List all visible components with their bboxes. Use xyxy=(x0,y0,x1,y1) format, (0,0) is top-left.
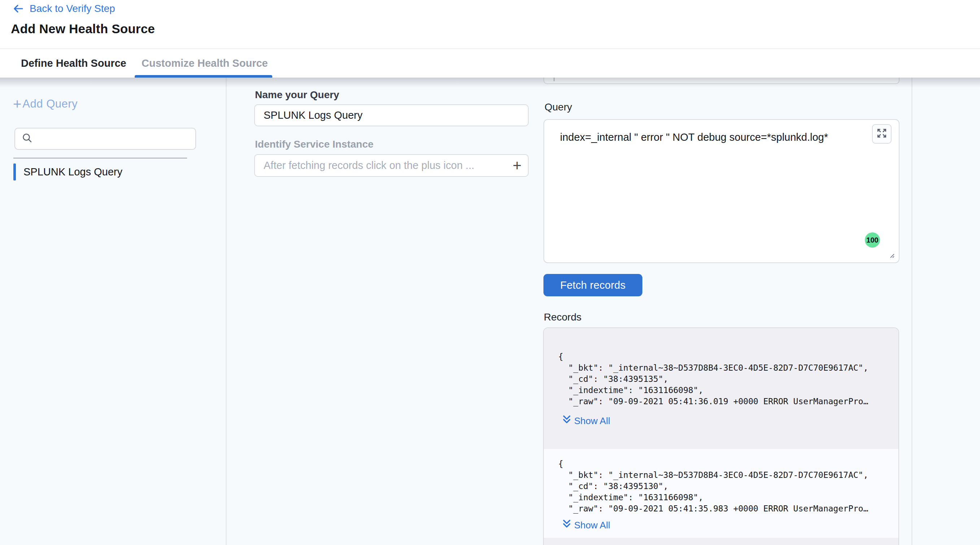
truncated-input[interactable] xyxy=(543,78,899,84)
page-header: Back to Verify Step Add New Health Sourc… xyxy=(0,0,980,48)
page-title: Add New Health Source xyxy=(11,22,155,36)
sidebar-list-divider xyxy=(13,158,187,159)
record-json: { "_bkt": "_internal~38~D537D8B4-3EC0-4D… xyxy=(558,458,884,514)
query-search-box xyxy=(14,128,196,150)
input-cursor-tick xyxy=(554,78,555,81)
content-area: + Add Query SPLUNK Logs Query Name your … xyxy=(0,78,980,545)
query-textarea[interactable]: index=_internal " error " NOT debug sour… xyxy=(543,119,899,263)
selected-indicator-bar xyxy=(13,164,16,181)
service-instance-input[interactable] xyxy=(255,155,506,176)
identify-service-instance-label: Identify Service Instance xyxy=(255,138,373,150)
records-container: { "_bkt": "_internal~38~D537D8B4-3EC0-4D… xyxy=(543,327,899,545)
back-link-label: Back to Verify Step xyxy=(30,3,115,14)
add-query-label: Add Query xyxy=(22,97,78,110)
plus-icon: + xyxy=(513,157,522,174)
search-input[interactable] xyxy=(38,133,189,145)
plus-icon: + xyxy=(13,97,21,111)
add-service-instance-button[interactable]: + xyxy=(506,155,528,176)
query-name-input[interactable] xyxy=(254,104,529,126)
name-your-query-label: Name your Query xyxy=(255,89,339,101)
records-label: Records xyxy=(544,311,581,323)
query-text: index=_internal " error " NOT debug sour… xyxy=(560,131,828,143)
sidebar-item-splunk-logs-query[interactable]: SPLUNK Logs Query xyxy=(13,164,216,181)
record-row-partial xyxy=(544,538,898,545)
query-label: Query xyxy=(544,102,572,113)
back-to-verify-step-link[interactable]: Back to Verify Step xyxy=(12,3,115,14)
record-count-badge: 100 xyxy=(865,232,880,248)
double-chevron-down-icon xyxy=(563,520,571,531)
record-row: { "_bkt": "_internal~38~D537D8B4-3EC0-4D… xyxy=(544,449,898,538)
show-all-label: Show All xyxy=(574,520,610,531)
app-window: Back to Verify Step Add New Health Sourc… xyxy=(0,0,980,545)
service-instance-field: + xyxy=(254,154,529,177)
show-all-label: Show All xyxy=(574,415,610,427)
sidebar-item-label: SPLUNK Logs Query xyxy=(24,166,123,178)
back-arrow-icon xyxy=(12,3,24,14)
double-chevron-down-icon xyxy=(563,415,571,427)
tab-customize-health-source[interactable]: Customize Health Source xyxy=(142,49,268,78)
record-json: { "_bkt": "_internal~38~D537D8B4-3EC0-4D… xyxy=(558,351,884,407)
fullscreen-expand-icon xyxy=(877,128,887,140)
fetch-records-button[interactable]: Fetch records xyxy=(543,274,643,296)
record-row: { "_bkt": "_internal~38~D537D8B4-3EC0-4D… xyxy=(544,328,898,449)
show-all-link[interactable]: Show All xyxy=(563,520,610,531)
right-panel-divider xyxy=(912,78,913,545)
textarea-resize-handle[interactable] xyxy=(887,251,895,260)
add-query-button[interactable]: + Add Query xyxy=(13,97,78,111)
tab-define-health-source[interactable]: Define Health Source xyxy=(21,49,126,78)
sidebar-divider xyxy=(226,78,227,545)
active-tab-underline xyxy=(135,75,272,78)
tab-bar: Define Health Source Customize Health So… xyxy=(0,48,980,78)
search-icon xyxy=(22,132,33,145)
show-all-link[interactable]: Show All xyxy=(563,415,610,427)
expand-query-button[interactable] xyxy=(872,124,891,144)
